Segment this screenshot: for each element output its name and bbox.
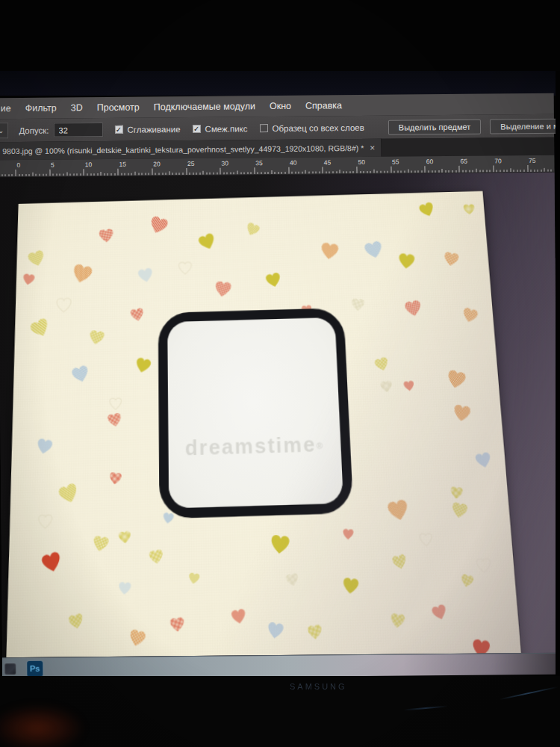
- heart-icon: [161, 512, 174, 525]
- ruler-label: 45: [324, 158, 332, 166]
- heart-icon: [452, 403, 472, 424]
- heart-icon: [419, 533, 432, 547]
- heart-icon: [22, 273, 36, 288]
- ruler-tick: [12, 174, 13, 176]
- checkbox-checked-icon[interactable]: ✓: [114, 125, 122, 134]
- ruler-tick: [179, 173, 180, 175]
- menu-item[interactable]: Справка: [305, 100, 342, 111]
- ruler-tick: [134, 172, 135, 176]
- heart-icon: [91, 535, 110, 554]
- ruler-label: 25: [187, 160, 195, 167]
- ruler-tick: [199, 173, 200, 175]
- ruler-tick: [380, 171, 381, 173]
- heart-icon: [134, 357, 152, 376]
- option-checkbox[interactable]: Образец со всех слоев: [259, 123, 364, 132]
- ruler-tick: [285, 172, 286, 174]
- ruler-tick: [490, 170, 491, 173]
- ruler-tick: [445, 170, 446, 173]
- heart-icon: [373, 356, 391, 374]
- close-icon[interactable]: ×: [370, 143, 375, 153]
- monitor-photo: иеФильтр3DПросмотрПодключаемые модулиОкн…: [0, 0, 560, 747]
- ruler-tick: [131, 173, 132, 176]
- option-checkbox[interactable]: ✓Смеж.пикс: [193, 124, 248, 134]
- desk-object-blur: [0, 706, 82, 747]
- ruler-tick: [411, 170, 412, 173]
- checkbox-unchecked-icon[interactable]: [259, 124, 267, 132]
- menu-item[interactable]: ие: [1, 103, 11, 114]
- hearts-layer: [19, 191, 483, 204]
- ruler-tick: [1, 174, 2, 176]
- ruler-tick: [90, 173, 91, 176]
- heart-icon: [108, 471, 122, 486]
- ruler-tick: [227, 173, 228, 175]
- heart-icon: [461, 306, 479, 326]
- ruler-tick: [531, 170, 532, 172]
- heart-icon: [37, 515, 52, 530]
- ruler-tick: [493, 165, 494, 172]
- canvas-image[interactable]: dreamstime®: [5, 191, 525, 657]
- menu-item[interactable]: Фильтр: [25, 103, 57, 114]
- ruler-tick: [544, 168, 545, 172]
- ruler-tick: [452, 170, 452, 173]
- heart-icon: [243, 222, 261, 240]
- menu-item[interactable]: 3D: [71, 102, 83, 113]
- ruler-tick: [22, 174, 23, 176]
- ruler-tick: [114, 173, 115, 176]
- ruler-tick: [438, 170, 439, 173]
- menu-item[interactable]: Окно: [270, 101, 291, 111]
- checkbox-checked-icon[interactable]: ✓: [193, 125, 201, 133]
- tolerance-input[interactable]: [53, 123, 102, 137]
- heart-icon: [28, 316, 53, 341]
- ruler-tick: [514, 170, 514, 172]
- ruler-tick: [309, 172, 310, 174]
- ruler-tick: [435, 170, 436, 173]
- ruler-label: 55: [392, 158, 399, 166]
- ruler-tick: [223, 173, 224, 175]
- ruler-tick: [158, 173, 159, 175]
- menu-item[interactable]: Подключаемые модули: [154, 101, 255, 112]
- checkbox-label: Смеж.пикс: [205, 124, 248, 133]
- menu-item[interactable]: Просмотр: [97, 102, 140, 113]
- ruler-tick: [36, 174, 37, 176]
- ruler-tick: [214, 173, 214, 175]
- heart-icon: [264, 272, 283, 291]
- ruler-tick: [507, 170, 508, 172]
- tolerance-label: Допуск:: [19, 125, 49, 134]
- ruler-tick: [118, 169, 119, 176]
- ruler-tick: [340, 170, 340, 173]
- select-and-mask-button[interactable]: Выделение и маска...: [490, 118, 560, 134]
- select-subject-button[interactable]: Выделить предмет: [388, 119, 482, 134]
- photoshop-window: иеФильтр3DПросмотрПодключаемые модулиОкн…: [0, 93, 559, 678]
- ruler-tick: [169, 171, 169, 175]
- ruler-tick: [384, 171, 385, 173]
- heart-icon: [443, 251, 460, 269]
- heart-icon: [87, 329, 105, 347]
- heart-icon: [196, 232, 218, 254]
- adobe-app-icon[interactable]: [4, 663, 16, 675]
- ruler-tick: [292, 172, 293, 174]
- ruler-tick: [60, 174, 60, 176]
- chevron-down-icon: ⌄: [0, 126, 4, 134]
- ruler-tick: [152, 168, 152, 175]
- ruler-tick: [343, 171, 343, 173]
- ruler-tick: [299, 172, 299, 174]
- heart-icon: [389, 612, 405, 630]
- heart-icon: [342, 529, 354, 542]
- heart-icon: [445, 368, 467, 391]
- ruler-tick: [15, 170, 16, 176]
- ruler-tick: [503, 170, 504, 172]
- heart-icon: [403, 299, 423, 318]
- option-checkbox[interactable]: ✓Сглаживание: [114, 125, 180, 134]
- heart-icon: [187, 572, 200, 586]
- ruler-tick: [149, 173, 149, 175]
- tool-preset-dropdown[interactable]: ⌄: [0, 123, 8, 138]
- ruler-tick: [329, 171, 330, 173]
- ruler-tick: [449, 170, 449, 173]
- heart-icon: [107, 412, 123, 429]
- photoshop-taskbar-icon[interactable]: Ps: [27, 660, 43, 676]
- monitor-right-bezel: [556, 71, 560, 680]
- ruler-tick: [196, 173, 197, 175]
- ruler-tick: [523, 170, 524, 172]
- ruler-tick: [377, 171, 378, 173]
- heart-icon: [99, 228, 115, 244]
